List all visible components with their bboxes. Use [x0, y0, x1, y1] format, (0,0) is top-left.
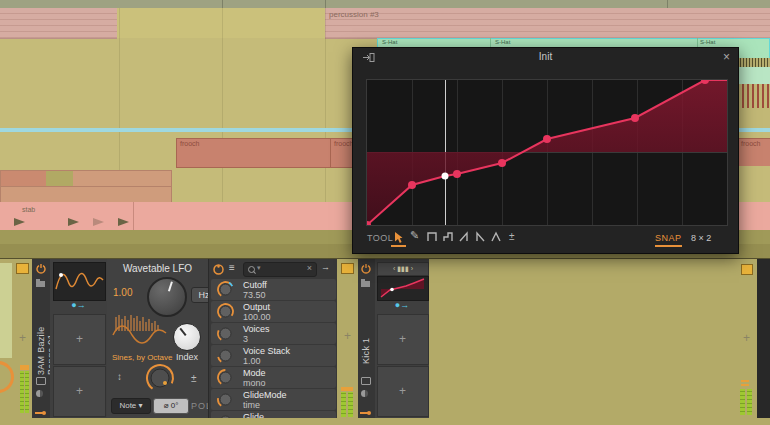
add-track-button[interactable]: + [19, 333, 26, 343]
param-knob[interactable] [217, 303, 234, 320]
saw-up-icon[interactable] [459, 231, 470, 243]
timeline-division [325, 0, 326, 8]
add-device-slot[interactable]: + [53, 366, 106, 417]
level-meter [747, 389, 752, 415]
device-title: Wavetable LFO [107, 263, 208, 274]
clip-label: S-Hat [495, 39, 510, 45]
param-knob[interactable] [217, 391, 234, 408]
menu-icon[interactable]: ≡ [229, 262, 235, 273]
wavetable-name[interactable]: Sines, by Octave [112, 353, 172, 362]
meter-peak [741, 380, 749, 382]
dock-window-icon[interactable] [363, 53, 375, 62]
add-track-button[interactable]: + [344, 331, 351, 341]
search-input[interactable]: ▾ × [243, 262, 317, 277]
cycle-icon[interactable] [36, 390, 43, 397]
clip-percussion[interactable]: percussion #3 [325, 8, 770, 39]
clip-frooch[interactable]: frooch [330, 138, 354, 168]
triangle-shape-icon[interactable] [491, 231, 502, 243]
clip-pink-row[interactable] [737, 202, 770, 230]
rate-knob[interactable] [147, 277, 187, 317]
curve-editor-window[interactable]: Init × [352, 47, 739, 254]
curve-plot [367, 80, 727, 225]
meter-peak [741, 384, 749, 386]
output-cable-icon[interactable] [35, 412, 43, 414]
clip-frooch[interactable]: frooch [737, 138, 770, 168]
clip-tan[interactable] [0, 170, 172, 204]
track-color-chip[interactable] [16, 263, 29, 274]
param-knob[interactable] [217, 281, 234, 298]
clip-pink-left[interactable] [0, 8, 117, 39]
param-row[interactable]: Voices 3 [211, 323, 336, 344]
param-row[interactable]: Cutoff 73.50 [211, 279, 336, 300]
power-icon[interactable] [36, 264, 46, 274]
knob-page-icon[interactable] [213, 264, 224, 275]
track-gap-strip: + [737, 259, 757, 419]
bitwig-window: percussion #3 S-Hat S-Hat S-Hat frooch f… [0, 0, 770, 425]
snap-toggle[interactable]: SNAP [655, 233, 682, 247]
param-row[interactable]: Output 100.00 [211, 301, 336, 322]
param-knob[interactable] [217, 347, 234, 364]
arranger-timeline-bar[interactable] [0, 0, 770, 8]
folder-icon[interactable] [361, 281, 370, 287]
plus-minus-icon[interactable]: ± [509, 231, 515, 242]
curve-graph[interactable] [366, 79, 728, 226]
modulation-arrow-icon[interactable]: ●→ [53, 300, 104, 311]
note-arrow [93, 218, 104, 226]
phase-offset-button[interactable]: ⌀ 0° [153, 398, 189, 414]
display-icon[interactable] [361, 377, 371, 385]
index-label: Index [176, 352, 198, 362]
clip-green-edge[interactable] [737, 67, 770, 84]
display-icon[interactable] [36, 377, 46, 385]
close-icon[interactable]: × [723, 50, 730, 64]
param-value: 3 [243, 334, 248, 344]
pan-knob-partial[interactable] [0, 361, 14, 393]
phase-knob[interactable] [145, 363, 175, 393]
device-selector[interactable]: ‹ ▮▮▮ › [377, 262, 429, 276]
snap-grid-size[interactable]: 8 × 2 [691, 233, 711, 243]
saw-down-icon[interactable] [475, 231, 486, 243]
mixer-edge: + [0, 259, 32, 419]
clip-frooch[interactable]: frooch [176, 138, 332, 168]
note-mode-button[interactable]: Note ▾ [111, 398, 151, 414]
track-gap-strip: + [337, 259, 358, 419]
clip-label: percussion #3 [325, 8, 770, 19]
clip-stab-row[interactable]: stab [0, 202, 352, 230]
add-device-slot[interactable]: + [377, 366, 429, 417]
tool-selected-underline [391, 245, 406, 247]
param-row[interactable]: Voice Stack 1.00 [211, 345, 336, 366]
curve-thumbnail[interactable] [377, 276, 429, 301]
power-icon[interactable] [361, 264, 371, 274]
pulse-shape-icon[interactable] [427, 231, 438, 243]
level-meter [341, 392, 346, 417]
add-track-button[interactable]: + [743, 333, 750, 343]
output-cable-icon[interactable] [360, 412, 368, 414]
index-knob[interactable] [173, 323, 201, 351]
add-device-slot[interactable]: + [377, 314, 429, 365]
track-color-chip[interactable] [341, 263, 354, 274]
rate-value[interactable]: 1.00 [113, 287, 132, 298]
folder-icon[interactable] [36, 281, 45, 287]
cycle-icon[interactable] [361, 390, 368, 397]
param-knob[interactable] [217, 369, 234, 386]
lfo-thumbnail[interactable] [53, 262, 106, 301]
remote-controls-panel: ≡ ▾ × → Cutoff 73.50 [208, 259, 338, 419]
bipolar-icon[interactable]: ± [191, 373, 197, 384]
track-header-kick[interactable]: Kick 1 [358, 259, 376, 419]
add-device-slot[interactable]: + [53, 314, 106, 365]
param-knob[interactable] [217, 325, 234, 342]
track-color-chip[interactable] [741, 264, 753, 275]
track-name[interactable]: Kick 1 [361, 314, 371, 364]
pencil-tool-icon[interactable]: ✎ [410, 229, 419, 242]
step-shape-icon[interactable] [443, 231, 454, 243]
wavetable-graphic[interactable] [112, 313, 168, 351]
pointer-tool-icon[interactable] [393, 231, 404, 244]
modulation-arrow-icon[interactable]: ●→ [377, 300, 427, 311]
clear-search-icon[interactable]: × [307, 263, 312, 273]
wavetable-lfo-device: Wavetable LFO 1.00 Hz Sines, by Octave I… [107, 259, 208, 419]
track-header-bongo[interactable]: 3AM Bazile Bongo 01 [32, 259, 51, 419]
param-row[interactable]: GlideMode time [211, 389, 336, 410]
search-dropdown-caret[interactable]: ▾ [257, 264, 261, 272]
expand-arrow-icon[interactable]: → [321, 262, 330, 272]
param-row[interactable]: Mode mono [211, 367, 336, 388]
range-arrows-icon[interactable]: ↕ [117, 371, 122, 382]
